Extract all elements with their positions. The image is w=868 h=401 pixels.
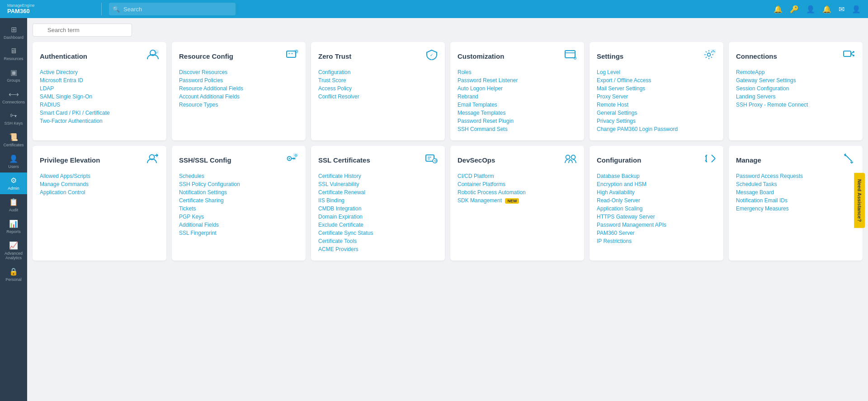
link-ssl-vulnerability[interactable]: SSL Vulnerability — [318, 180, 438, 188]
link-saml-sso[interactable]: SAML Single Sign-On — [40, 93, 159, 101]
link-application-scaling[interactable]: Application Scaling — [597, 205, 716, 213]
link-ip-restrictions[interactable]: IP Restrictions — [597, 237, 716, 245]
link-two-factor[interactable]: Two-Factor Authentication — [40, 117, 159, 125]
link-conflict-resolver[interactable]: Conflict Resolver — [318, 93, 438, 101]
link-notification-settings[interactable]: Notification Settings — [179, 188, 298, 196]
sidebar-item-reports[interactable]: 📊 Reports — [0, 216, 27, 238]
link-change-login-password[interactable]: Change PAM360 Login Password — [597, 125, 716, 133]
sidebar-item-groups[interactable]: ▣ Groups — [0, 65, 27, 86]
link-database-backup[interactable]: Database Backup — [597, 172, 716, 180]
link-allowed-apps[interactable]: Allowed Apps/Scripts — [40, 172, 159, 180]
link-certificate-history[interactable]: Certificate History — [318, 172, 438, 180]
link-notification-email-ids[interactable]: Notification Email IDs — [736, 196, 855, 205]
link-proxy-server[interactable]: Proxy Server — [597, 93, 716, 101]
link-radius[interactable]: RADIUS — [40, 101, 159, 109]
link-roles[interactable]: Roles — [458, 68, 577, 76]
link-message-templates[interactable]: Message Templates — [458, 109, 577, 117]
link-certificate-sync-status[interactable]: Certificate Sync Status — [318, 229, 438, 237]
link-pam360-server[interactable]: PAM360 Server — [597, 229, 716, 237]
header-search-container[interactable]: 🔍 — [109, 3, 236, 15]
link-password-mgmt-apis[interactable]: Password Management APIs — [597, 221, 716, 229]
link-additional-fields[interactable]: Additional Fields — [179, 221, 298, 229]
link-mail-server[interactable]: Mail Server Settings — [597, 84, 716, 93]
link-ssh-command-sets[interactable]: SSH Command Sets — [458, 125, 577, 133]
alert-icon[interactable]: 🔔 — [822, 5, 831, 14]
link-remote-host[interactable]: Remote Host — [597, 101, 716, 109]
sidebar-item-audit[interactable]: 📋 Audit — [0, 194, 27, 216]
link-container-platforms[interactable]: Container Platforms — [458, 180, 577, 188]
link-auto-logon-helper[interactable]: Auto Logon Helper — [458, 84, 577, 93]
link-privacy-settings[interactable]: Privacy Settings — [597, 117, 716, 125]
link-schedules[interactable]: Schedules — [179, 172, 298, 180]
link-sdk-management[interactable]: SDK Management NEW — [458, 196, 577, 205]
mail-icon[interactable]: ✉ — [839, 5, 844, 14]
link-rebrand[interactable]: Rebrand — [458, 93, 577, 101]
link-ssl-fingerprint[interactable]: SSL Fingerprint — [179, 229, 298, 237]
link-certificate-sharing[interactable]: Certificate Sharing — [179, 196, 298, 205]
link-manage-commands[interactable]: Manage Commands — [40, 180, 159, 188]
sidebar-item-dashboard[interactable]: ⊞ Dashboard — [0, 22, 27, 43]
link-iis-binding[interactable]: IIS Binding — [318, 196, 438, 205]
content-search-wrap[interactable]: 🔍 — [33, 23, 132, 37]
link-email-templates[interactable]: Email Templates — [458, 101, 577, 109]
link-domain-expiration[interactable]: Domain Expiration — [318, 213, 438, 221]
link-export-offline[interactable]: Export / Offline Access — [597, 76, 716, 84]
link-password-reset-plugin[interactable]: Password Reset Plugin — [458, 117, 577, 125]
link-zero-trust-configuration[interactable]: Configuration — [318, 68, 438, 76]
link-remote-app[interactable]: RemoteApp — [736, 68, 855, 76]
account-icon[interactable]: 👤 — [852, 5, 861, 14]
sidebar-item-personal[interactable]: 🔒 Personal — [0, 264, 27, 285]
link-resource-types[interactable]: Resource Types — [179, 101, 298, 109]
link-microsoft-entra-id[interactable]: Microsoft Entra ID — [40, 76, 159, 84]
link-ldap[interactable]: LDAP — [40, 84, 159, 93]
sidebar-item-admin[interactable]: ⚙ Admin — [0, 173, 27, 194]
sidebar-item-advanced-analytics[interactable]: 📈 Advanced Analytics — [0, 238, 27, 264]
key-rotate-icon[interactable]: 🔑 — [790, 5, 799, 14]
link-password-reset-listener[interactable]: Password Reset Listener — [458, 76, 577, 84]
link-access-policy[interactable]: Access Policy — [318, 84, 438, 93]
link-smart-card[interactable]: Smart Card / PKI / Certificate — [40, 109, 159, 117]
link-trust-score[interactable]: Trust Score — [318, 76, 438, 84]
link-gateway-server-settings[interactable]: Gateway Server Settings — [736, 76, 855, 84]
notification-bell-icon[interactable]: 🔔 — [774, 5, 783, 14]
sidebar-item-users[interactable]: 👤 Users — [0, 151, 27, 173]
link-high-availability[interactable]: High Availability — [597, 188, 716, 196]
need-assistance-button[interactable]: Need Assistance? — [854, 173, 865, 228]
sidebar-item-resources[interactable]: 🖥 Resources — [0, 43, 27, 65]
link-resource-additional-fields[interactable]: Resource Additional Fields — [179, 84, 298, 93]
link-robotic-process[interactable]: Robotic Process Automation — [458, 188, 577, 196]
link-cmdb-integration[interactable]: CMDB Integration — [318, 205, 438, 213]
link-encryption-hsm[interactable]: Encryption and HSM — [597, 180, 716, 188]
link-exclude-certificate[interactable]: Exclude Certificate — [318, 221, 438, 229]
link-https-gateway[interactable]: HTTPS Gateway Server — [597, 213, 716, 221]
link-landing-servers[interactable]: Landing Servers — [736, 93, 855, 101]
link-emergency-measures[interactable]: Emergency Measures — [736, 205, 855, 213]
link-scheduled-tasks[interactable]: Scheduled Tasks — [736, 180, 855, 188]
link-ssh-proxy-remote[interactable]: SSH Proxy - Remote Connect — [736, 101, 855, 109]
content-search-input[interactable] — [33, 23, 132, 37]
link-certificate-tools[interactable]: Certificate Tools — [318, 237, 438, 245]
link-account-additional-fields[interactable]: Account Additional Fields — [179, 93, 298, 101]
link-acme-providers[interactable]: ACME Providers — [318, 245, 438, 253]
user-add-icon[interactable]: 👤 — [806, 5, 815, 14]
link-session-configuration[interactable]: Session Configuration — [736, 84, 855, 93]
sidebar-item-connections[interactable]: ⟷ Connections — [0, 86, 27, 108]
header-search-input[interactable] — [109, 3, 236, 15]
link-general-settings[interactable]: General Settings — [597, 109, 716, 117]
link-discover-resources[interactable]: Discover Resources — [179, 68, 298, 76]
link-tickets[interactable]: Tickets — [179, 205, 298, 213]
link-password-access-requests[interactable]: Password Access Requests — [736, 172, 855, 180]
sidebar-label-connections: Connections — [2, 100, 25, 104]
sidebar-item-certificates[interactable]: 📜 Certificates — [0, 129, 27, 151]
link-pgp-keys[interactable]: PGP Keys — [179, 213, 298, 221]
link-password-policies[interactable]: Password Policies — [179, 76, 298, 84]
link-read-only-server[interactable]: Read-Only Server — [597, 196, 716, 205]
link-ssh-policy-config[interactable]: SSH Policy Configuration — [179, 180, 298, 188]
link-message-board[interactable]: Message Board — [736, 188, 855, 196]
link-application-control[interactable]: Application Control — [40, 188, 159, 196]
link-active-directory[interactable]: Active Directory — [40, 68, 159, 76]
link-certificate-renewal[interactable]: Certificate Renewal — [318, 188, 438, 196]
link-log-level[interactable]: Log Level — [597, 68, 716, 76]
sidebar-item-ssh-keys[interactable]: 🗝 SSH Keys — [0, 108, 27, 129]
link-cicd-platform[interactable]: CI/CD Platform — [458, 172, 577, 180]
